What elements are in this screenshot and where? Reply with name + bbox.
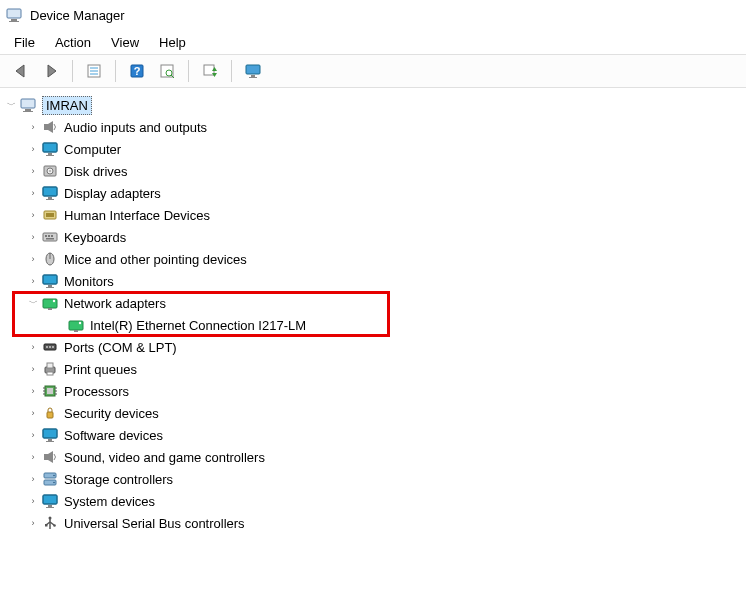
tree-item-computer[interactable]: ›Computer xyxy=(0,138,746,160)
tree-item-label[interactable]: Human Interface Devices xyxy=(64,208,210,223)
tree-item-label[interactable]: Computer xyxy=(64,142,121,157)
tree-item-label[interactable]: Mice and other pointing devices xyxy=(64,252,247,267)
tree-item-label[interactable]: Ports (COM & LPT) xyxy=(64,340,177,355)
expand-icon[interactable]: › xyxy=(26,494,40,508)
tree-item-intel-r-ethernet-connection-i217-lm[interactable]: Intel(R) Ethernet Connection I217-LM xyxy=(0,314,746,336)
highlight-group: ﹀Network adaptersIntel(R) Ethernet Conne… xyxy=(0,292,746,336)
tree-item-print-queues[interactable]: ›Print queues xyxy=(0,358,746,380)
tree-item-ports-com-lpt[interactable]: ›Ports (COM & LPT) xyxy=(0,336,746,358)
usb-icon xyxy=(42,515,58,531)
app-icon xyxy=(6,7,22,23)
port-icon xyxy=(42,339,58,355)
tree-item-label[interactable]: Security devices xyxy=(64,406,159,421)
tree-item-label[interactable]: Universal Serial Bus controllers xyxy=(64,516,245,531)
back-button[interactable] xyxy=(7,58,35,84)
window-title: Device Manager xyxy=(30,8,125,23)
toolbar-separator xyxy=(188,60,189,82)
tree-item-label[interactable]: Print queues xyxy=(64,362,137,377)
tree-item-label[interactable]: Network adapters xyxy=(64,296,166,311)
forward-arrow-icon xyxy=(43,63,59,79)
menu-file[interactable]: File xyxy=(4,33,45,52)
device-tree[interactable]: ﹀ IMRAN ›Audio inputs and outputs›Comput… xyxy=(0,88,746,540)
properties-button[interactable] xyxy=(80,58,108,84)
expand-icon[interactable]: › xyxy=(26,362,40,376)
network-icon xyxy=(68,317,84,333)
tree-item-monitors[interactable]: ›Monitors xyxy=(0,270,746,292)
tree-item-keyboards[interactable]: ›Keyboards xyxy=(0,226,746,248)
network-icon xyxy=(42,295,58,311)
monitor-icon xyxy=(42,273,58,289)
expand-icon[interactable]: › xyxy=(26,340,40,354)
security-icon xyxy=(42,405,58,421)
monitor-icon xyxy=(42,185,58,201)
expand-icon[interactable]: › xyxy=(26,252,40,266)
tree-item-label[interactable]: System devices xyxy=(64,494,155,509)
menu-view[interactable]: View xyxy=(101,33,149,52)
expand-icon[interactable]: › xyxy=(26,406,40,420)
tree-item-label[interactable]: Monitors xyxy=(64,274,114,289)
tree-item-display-adapters[interactable]: ›Display adapters xyxy=(0,182,746,204)
monitor-icon xyxy=(42,141,58,157)
tree-item-software-devices[interactable]: ›Software devices xyxy=(0,424,746,446)
expand-icon[interactable]: › xyxy=(26,142,40,156)
expand-icon[interactable]: › xyxy=(26,472,40,486)
keyboard-icon xyxy=(42,229,58,245)
tree-item-universal-serial-bus-controllers[interactable]: ›Universal Serial Bus controllers xyxy=(0,512,746,534)
monitor-icon xyxy=(245,63,261,79)
tree-item-disk-drives[interactable]: ›Disk drives xyxy=(0,160,746,182)
toolbar xyxy=(0,54,746,88)
tree-item-human-interface-devices[interactable]: ›Human Interface Devices xyxy=(0,204,746,226)
tree-item-network-adapters[interactable]: ﹀Network adapters xyxy=(0,292,746,314)
toolbar-separator xyxy=(231,60,232,82)
toolbar-separator xyxy=(72,60,73,82)
expand-icon[interactable]: › xyxy=(26,186,40,200)
update-driver-button[interactable] xyxy=(196,58,224,84)
collapse-icon[interactable]: ﹀ xyxy=(26,296,40,310)
expand-icon[interactable]: › xyxy=(26,384,40,398)
tree-item-storage-controllers[interactable]: ›Storage controllers xyxy=(0,468,746,490)
tree-item-sound-video-and-game-controllers[interactable]: ›Sound, video and game controllers xyxy=(0,446,746,468)
expand-icon[interactable]: › xyxy=(26,230,40,244)
tree-item-mice-and-other-pointing-devices[interactable]: ›Mice and other pointing devices xyxy=(0,248,746,270)
expand-icon[interactable]: › xyxy=(26,274,40,288)
expand-icon[interactable]: › xyxy=(26,120,40,134)
expand-icon[interactable]: › xyxy=(26,208,40,222)
tree-item-processors[interactable]: ›Processors xyxy=(0,380,746,402)
tree-item-label[interactable]: Storage controllers xyxy=(64,472,173,487)
help-button[interactable] xyxy=(123,58,151,84)
root-label[interactable]: IMRAN xyxy=(42,96,92,115)
mouse-icon xyxy=(42,251,58,267)
monitor-icon xyxy=(42,493,58,509)
expand-icon[interactable]: › xyxy=(26,516,40,530)
tree-item-system-devices[interactable]: ›System devices xyxy=(0,490,746,512)
tree-item-security-devices[interactable]: ›Security devices xyxy=(0,402,746,424)
tree-item-label[interactable]: Display adapters xyxy=(64,186,161,201)
storage-icon xyxy=(42,471,58,487)
tree-item-label[interactable]: Sound, video and game controllers xyxy=(64,450,265,465)
menubar: File Action View Help xyxy=(0,30,746,54)
tree-item-label[interactable]: Keyboards xyxy=(64,230,126,245)
expand-icon[interactable]: › xyxy=(26,450,40,464)
tree-item-label[interactable]: Audio inputs and outputs xyxy=(64,120,207,135)
tree-item-audio-inputs-and-outputs[interactable]: ›Audio inputs and outputs xyxy=(0,116,746,138)
update-driver-icon xyxy=(202,63,218,79)
scan-icon xyxy=(159,63,175,79)
toolbar-separator xyxy=(115,60,116,82)
tree-item-label[interactable]: Disk drives xyxy=(64,164,128,179)
hid-icon xyxy=(42,207,58,223)
expand-icon[interactable]: › xyxy=(26,428,40,442)
menu-action[interactable]: Action xyxy=(45,33,101,52)
printer-icon xyxy=(42,361,58,377)
collapse-icon[interactable]: ﹀ xyxy=(4,98,18,112)
menu-help[interactable]: Help xyxy=(149,33,196,52)
tree-root-row[interactable]: ﹀ IMRAN xyxy=(0,94,746,116)
expand-icon[interactable]: › xyxy=(26,164,40,178)
tree-item-label[interactable]: Software devices xyxy=(64,428,163,443)
cpu-icon xyxy=(42,383,58,399)
tree-item-label[interactable]: Processors xyxy=(64,384,129,399)
tree-item-label[interactable]: Intel(R) Ethernet Connection I217-LM xyxy=(90,318,306,333)
forward-button[interactable] xyxy=(37,58,65,84)
show-hidden-button[interactable] xyxy=(239,58,267,84)
scan-button[interactable] xyxy=(153,58,181,84)
back-arrow-icon xyxy=(13,63,29,79)
